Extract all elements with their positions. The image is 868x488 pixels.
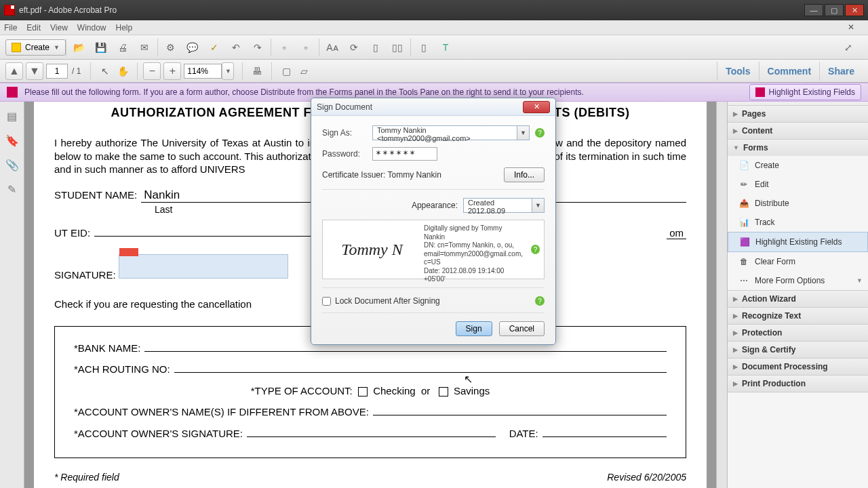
mail-icon[interactable]: ✉ <box>136 39 153 56</box>
share-link[interactable]: Share <box>819 62 863 81</box>
info-button[interactable]: Info... <box>504 167 545 182</box>
close-button[interactable]: ✕ <box>845 4 864 16</box>
bank-name-field[interactable] <box>144 351 667 352</box>
signature-name: Tommy N <box>323 220 421 279</box>
forms-edit[interactable]: ✏Edit <box>728 175 868 194</box>
panel-content[interactable]: ▶Content <box>728 123 868 139</box>
help-icon[interactable]: ? <box>531 245 540 254</box>
dialog-titlebar[interactable]: Sign Document ✕ <box>311 98 555 116</box>
close-doc-icon[interactable]: ✕ <box>848 22 854 32</box>
pdf-icon <box>4 5 15 16</box>
page-icon[interactable]: ▯ <box>415 39 433 56</box>
dialog-close-button[interactable]: ✕ <box>523 101 550 113</box>
signas-select[interactable]: Tommy Nankin <tommyn2000@gmail.com> ▼ <box>372 125 530 140</box>
menu-window[interactable]: Window <box>77 23 106 33</box>
thumbnails-tab-icon[interactable]: ▤ <box>5 108 20 123</box>
page-down-button[interactable]: ▼ <box>26 62 43 80</box>
forms-highlight[interactable]: 🟪Highlight Existing Fields <box>728 232 868 252</box>
panel-sign[interactable]: ▶Sign & Certify <box>728 342 868 358</box>
zoom-out-button[interactable]: − <box>143 62 161 80</box>
attachments-tab-icon[interactable]: 📎 <box>5 157 20 172</box>
expand-icon[interactable]: ⤢ <box>840 39 857 56</box>
panel-protection[interactable]: ▶Protection <box>728 325 868 341</box>
highlight-label: Highlight Existing Fields <box>769 87 855 97</box>
save-icon[interactable]: 💾 <box>92 39 110 56</box>
lock-checkbox[interactable] <box>322 297 331 306</box>
fit-page-icon[interactable]: ▢ <box>277 62 295 80</box>
print-icon[interactable]: 🖨 <box>114 39 132 56</box>
create-button[interactable]: Create ▼ <box>5 39 66 56</box>
gear-icon[interactable]: ⚙ <box>162 39 180 56</box>
undo-icon[interactable]: ↶ <box>227 39 245 56</box>
revised-date: Revised 6/20/2005 <box>607 472 686 483</box>
form-track-icon: 📊 <box>738 217 749 228</box>
help-icon[interactable]: ? <box>535 296 545 306</box>
panel-print[interactable]: ▶Print Production <box>728 375 868 392</box>
page-single-icon[interactable]: ▯ <box>367 39 384 56</box>
menu-help[interactable]: Help <box>116 23 133 33</box>
tool-a-icon[interactable]: ▫ <box>275 39 293 56</box>
minimize-button[interactable]: — <box>804 4 823 16</box>
forms-clear[interactable]: 🗑Clear Form <box>728 252 868 271</box>
bookmarks-tab-icon[interactable]: 🔖 <box>5 133 20 148</box>
forms-distribute[interactable]: 📤Distribute <box>728 194 868 213</box>
comment-icon[interactable]: 💬 <box>184 39 201 56</box>
open-icon[interactable]: 📂 <box>71 39 88 56</box>
create-plus-icon <box>12 43 21 52</box>
hand-tool-icon[interactable]: ✋ <box>114 62 132 80</box>
forms-create[interactable]: 📄Create <box>728 156 868 175</box>
date-field[interactable] <box>542 436 667 437</box>
zoom-dd-button[interactable]: ▼ <box>222 62 234 80</box>
toolbar-nav: ▲ ▼ / 1 ↖ ✋ − + ▼ 🖶 ▢ ▱ Tools Comment Sh… <box>0 60 868 83</box>
panel-pages[interactable]: ▶Pages <box>728 106 868 122</box>
tools-panel: ▶Pages ▶Content ▼Forms 📄Create ✏Edit 📤Di… <box>727 102 868 488</box>
window-titlebar: eft.pdf - Adobe Acrobat Pro — ▢ ✕ <box>0 0 868 20</box>
forms-more[interactable]: ⋯More Form Options▼ <box>728 271 868 290</box>
text-size-icon[interactable]: Aᴀ <box>323 39 341 56</box>
menu-edit[interactable]: Edit <box>26 23 41 33</box>
rotate-icon[interactable]: ⟳ <box>345 39 363 56</box>
zoom-input[interactable] <box>184 64 222 79</box>
select-tool-icon[interactable]: ↖ <box>96 62 114 80</box>
panel-forms[interactable]: ▼Forms <box>728 140 868 156</box>
stamp-icon[interactable]: ✓ <box>205 39 223 56</box>
form-edit-icon: ✏ <box>738 179 749 190</box>
zoom-in-button[interactable]: + <box>163 62 181 80</box>
page-double-icon[interactable]: ▯▯ <box>389 39 406 56</box>
tool-c-icon[interactable]: 🖶 <box>248 62 266 80</box>
help-icon[interactable]: ? <box>535 128 545 138</box>
signatures-tab-icon[interactable]: ✎ <box>5 182 20 197</box>
text-tool-icon[interactable]: T <box>437 39 454 56</box>
appearance-select[interactable]: Created 2012.08.09 ▼ <box>463 198 545 213</box>
owner-name-field[interactable] <box>373 415 667 415</box>
tool-b-icon[interactable]: ▫ <box>297 39 315 56</box>
uteid-label: UT EID: <box>54 227 90 239</box>
page-up-button[interactable]: ▲ <box>5 62 23 80</box>
savings-checkbox[interactable] <box>439 387 448 396</box>
panel-action[interactable]: ▶Action Wizard <box>728 291 868 307</box>
checking-checkbox[interactable] <box>358 387 368 396</box>
maximize-button[interactable]: ▢ <box>825 4 844 16</box>
page-number-input[interactable] <box>46 64 68 79</box>
fit-width-icon[interactable]: ▱ <box>295 62 313 80</box>
redo-icon[interactable]: ↷ <box>249 39 267 56</box>
highlight-fields-button[interactable]: Highlight Existing Fields <box>749 84 861 100</box>
scrollbar[interactable] <box>716 102 727 488</box>
routing-field[interactable] <box>174 372 667 373</box>
sign-document-dialog: Sign Document ✕ Sign As: Tommy Nankin <t… <box>311 98 556 345</box>
sign-button[interactable]: Sign <box>456 321 492 336</box>
password-input[interactable] <box>372 147 437 161</box>
owner-sig-field[interactable] <box>247 436 496 437</box>
chevron-down-icon: ▼ <box>517 126 529 140</box>
cancel-button[interactable]: Cancel <box>499 321 545 336</box>
comment-link[interactable]: Comment <box>759 62 820 81</box>
forms-track[interactable]: 📊Track <box>728 213 868 232</box>
menu-view[interactable]: View <box>50 23 68 33</box>
lock-label: Lock Document After Signing <box>335 296 440 306</box>
highlight-icon <box>755 87 765 97</box>
panel-docproc[interactable]: ▶Document Processing <box>728 359 868 375</box>
panel-recognize[interactable]: ▶Recognize Text <box>728 308 868 324</box>
menu-file[interactable]: File <box>4 23 17 33</box>
signature-field[interactable] <box>119 254 288 279</box>
tools-link[interactable]: Tools <box>717 62 758 81</box>
